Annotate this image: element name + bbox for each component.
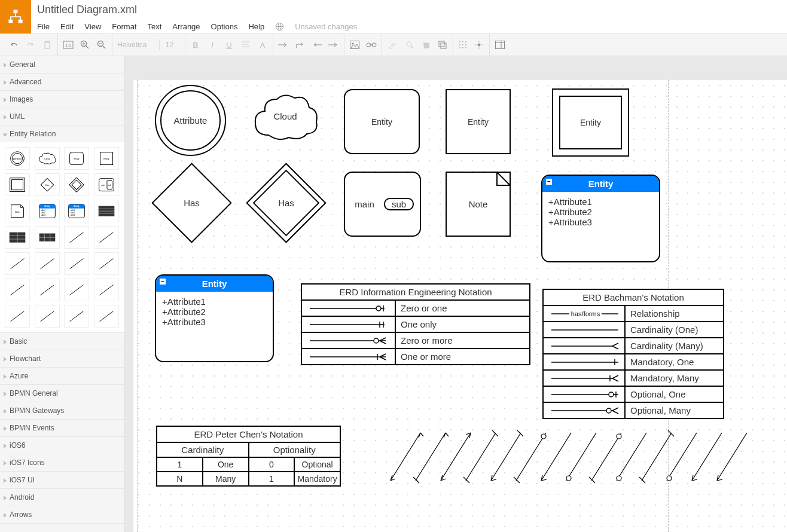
- font-size-select[interactable]: 12: [166, 41, 180, 49]
- shape-mainsub[interactable]: main sub: [344, 172, 421, 237]
- palette-item-entity-card2[interactable]: Entity+Attr1+Attr2+Attr3: [64, 200, 89, 222]
- shape-entity-card[interactable]: −Entity +Attribute1 +Attribute2 +Attribu…: [155, 274, 274, 362]
- document-title[interactable]: Untitled Diagram.xml: [37, 4, 137, 16]
- menu-options[interactable]: Options: [211, 22, 238, 31]
- app-logo[interactable]: [0, 0, 31, 33]
- palette-ios7-ui[interactable]: iOS7 UI: [0, 472, 124, 488]
- palette-item-entity-double[interactable]: [5, 173, 30, 196]
- shape-attribute[interactable]: Attribute: [155, 85, 226, 156]
- shape-erd-chen-table[interactable]: ERD Peter Chen's Notation Cardinality Op…: [156, 426, 341, 487]
- palette-item-table3[interactable]: [35, 226, 60, 249]
- palette-item-table1[interactable]: [94, 200, 119, 222]
- palette-images[interactable]: Images: [0, 91, 124, 108]
- format-panel-button[interactable]: [495, 39, 505, 50]
- palette-item-line[interactable]: [64, 252, 89, 275]
- palette-item-line[interactable]: [5, 279, 30, 301]
- shape-entity-rounded[interactable]: Entity: [344, 89, 420, 154]
- palette-item-table2[interactable]: [5, 226, 30, 249]
- menu-text[interactable]: Text: [147, 22, 161, 31]
- shape-has[interactable]: Has: [163, 175, 220, 231]
- palette-item-mainsub[interactable]: mainsub: [94, 173, 119, 196]
- redo-button[interactable]: [25, 39, 36, 50]
- palette-ios6[interactable]: iOS6: [0, 437, 124, 454]
- palette-item-line[interactable]: [94, 252, 119, 275]
- palette-item-entity-square[interactable]: Entity: [94, 147, 119, 170]
- arrow-start-button[interactable]: [312, 39, 322, 50]
- shape-entity-card[interactable]: −Entity +Attribute1 +Attribute2 +Attribu…: [541, 175, 660, 262]
- palette-item-entity-rounded[interactable]: Entity: [64, 147, 89, 170]
- palette-item-line[interactable]: [94, 305, 119, 328]
- palette-entity-relation[interactable]: Entity Relation: [0, 126, 124, 142]
- palette-item-entity-card[interactable]: Entity+Attr1+Attr2+Attr3: [35, 200, 60, 222]
- palette-basic[interactable]: Basic: [0, 333, 124, 350]
- image-button[interactable]: [349, 39, 360, 50]
- connector-orthogonal-button[interactable]: [295, 39, 306, 50]
- arrow-end-button[interactable]: [328, 39, 339, 50]
- palette-item-line[interactable]: [94, 279, 119, 301]
- connector-straight-button[interactable]: [278, 39, 289, 50]
- menu-file[interactable]: File: [37, 22, 50, 31]
- palette-item-line[interactable]: [64, 305, 89, 328]
- collapse-icon[interactable]: −: [546, 179, 552, 185]
- palette-arrows[interactable]: Arrows: [0, 506, 124, 523]
- svg-text:sub: sub: [108, 184, 111, 186]
- palette-item-line[interactable]: [64, 226, 89, 249]
- shape-entity-square[interactable]: Entity: [446, 89, 511, 154]
- palette-item-line[interactable]: [64, 279, 89, 301]
- palette-advanced[interactable]: Advanced: [0, 74, 124, 90]
- language-icon[interactable]: [275, 22, 284, 31]
- italic-button[interactable]: I: [207, 39, 218, 50]
- shape-erd-ie-table[interactable]: ERD Information Engineering Notation Zer…: [301, 283, 530, 365]
- shape-cloud[interactable]: Cloud: [249, 86, 321, 146]
- shape-connector-samples[interactable]: [385, 427, 787, 500]
- collapse-icon[interactable]: −: [160, 279, 166, 285]
- palette-item-line[interactable]: [5, 305, 30, 328]
- menu-help[interactable]: Help: [248, 22, 264, 31]
- shape-note[interactable]: Note: [446, 172, 511, 237]
- grid-dots-button[interactable]: [458, 40, 468, 50]
- stroke-color-button[interactable]: [387, 39, 398, 50]
- palette-item-line[interactable]: [5, 252, 30, 275]
- fill-color-button[interactable]: [404, 39, 414, 50]
- palette-uml[interactable]: UML: [0, 108, 124, 125]
- menu-edit[interactable]: Edit: [60, 22, 74, 31]
- palette-item-has[interactable]: Has: [35, 173, 60, 196]
- delete-button[interactable]: [42, 39, 53, 50]
- zoom-fit-button[interactable]: 1:1: [63, 39, 74, 50]
- palette-item-line[interactable]: [35, 279, 60, 301]
- shape-has-double[interactable]: Has: [258, 175, 315, 231]
- link-button[interactable]: [366, 39, 377, 50]
- palette-item-has-double[interactable]: [64, 173, 89, 196]
- palette-item-note[interactable]: Note: [5, 200, 30, 222]
- shape-erd-bachman-table[interactable]: ERD Bachman's Notation has/formsRelation…: [542, 289, 724, 419]
- palette-bpmn-events[interactable]: BPMN Events: [0, 420, 124, 436]
- palette-azure[interactable]: Azure: [0, 368, 124, 384]
- palette-item-attribute[interactable]: Attribute: [5, 147, 30, 170]
- underline-button[interactable]: U: [224, 39, 234, 50]
- menu-arrange[interactable]: Arrange: [172, 22, 200, 31]
- zoom-in-button[interactable]: [80, 39, 90, 50]
- palette-item-line[interactable]: [94, 226, 119, 249]
- menu-view[interactable]: View: [84, 22, 101, 31]
- canvas-area[interactable]: Attribute Cloud Entity Entity Entity Has…: [125, 56, 787, 532]
- palette-bpmn-general[interactable]: BPMN General: [0, 385, 124, 402]
- palette-item-line[interactable]: [35, 252, 60, 275]
- shadow-button[interactable]: [420, 39, 431, 50]
- undo-button[interactable]: [8, 39, 19, 50]
- palette-android[interactable]: Android: [0, 489, 124, 506]
- layers-button[interactable]: [437, 39, 448, 50]
- font-color-button[interactable]: A: [257, 39, 268, 50]
- bold-button[interactable]: B: [190, 39, 201, 50]
- menu-format[interactable]: Format: [112, 22, 136, 31]
- palette-bpmn-gateways[interactable]: BPMN Gateways: [0, 402, 124, 419]
- align-button[interactable]: [240, 39, 251, 50]
- palette-item-line[interactable]: [35, 305, 60, 328]
- palette-general[interactable]: General: [0, 56, 124, 73]
- palette-ios7-icons[interactable]: iOS7 Icons: [0, 454, 124, 471]
- shape-entity-double[interactable]: Entity: [552, 88, 629, 157]
- palette-item-cloud[interactable]: Cloud: [35, 147, 60, 170]
- palette-flowchart[interactable]: Flowchart: [0, 350, 124, 367]
- grid-guides-button[interactable]: [474, 39, 484, 50]
- zoom-out-button[interactable]: [96, 39, 107, 50]
- font-family-select[interactable]: Helvetica: [117, 41, 153, 49]
